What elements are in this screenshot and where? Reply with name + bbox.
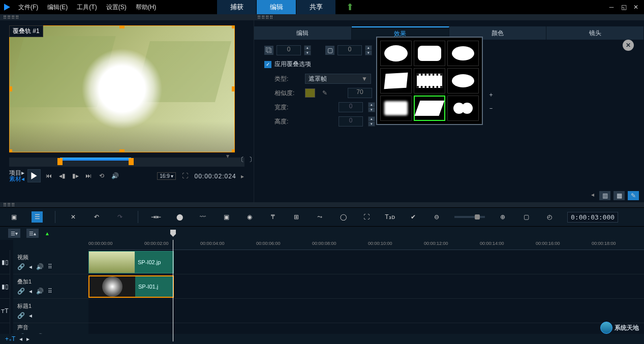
mute-icon[interactable]: 🔊 [36,263,44,270]
close-button[interactable]: ✕ [632,3,640,11]
eyedropper-icon[interactable]: ✎ [322,89,327,97]
tab-share[interactable]: 共享 [296,0,336,14]
redo-button[interactable]: ↷ [114,211,126,223]
lock-icon[interactable]: ◂ [29,263,32,270]
spin-up[interactable]: ▴ [304,45,311,50]
close-panel-button[interactable]: ✕ [623,40,634,51]
fx-icon[interactable]: ⠿ [48,288,52,295]
collapse-tracks-button[interactable]: ☰▾ [8,229,20,238]
upload-icon[interactable]: ⬆ [346,2,354,13]
overlay-track-icon[interactable]: ▮▯ [0,274,10,299]
fit-icon[interactable]: ▢ [520,211,532,223]
link-icon[interactable]: 🔗 [17,263,25,270]
scroll-right-button[interactable]: ▸ [26,335,29,342]
menu-help[interactable]: 帮助(H) [136,3,157,12]
tab-capture[interactable]: 捕获 [217,0,257,14]
play-button[interactable] [27,169,41,182]
mask-blur-rect[interactable] [380,96,412,121]
tab-edit[interactable]: 编辑 [257,0,296,14]
tools-icon[interactable]: ✕ [68,211,79,223]
title-track-icon[interactable]: ᴛT [0,299,10,323]
edit-layout-icon[interactable]: ✎ [628,191,639,200]
go-start-button[interactable]: ⏮ [44,171,54,181]
mask-oval[interactable] [380,41,412,66]
audio-edit-icon[interactable]: 〰 [197,211,208,223]
lock-icon[interactable]: ◂ [29,312,32,319]
rotate-input[interactable]: 0 [277,45,301,55]
mask-cloud[interactable] [447,68,479,93]
menu-file[interactable]: 文件(F) [18,3,38,12]
trim-bar[interactable]: ▾ 〔 〕 ✂ ⧉ [9,158,244,167]
undo-button[interactable]: ↶ [91,211,102,223]
motion-icon[interactable]: ⤳ [314,211,325,223]
panel-grip[interactable]: ⠿⠿⠿⠿ [0,14,254,20]
opt-tab-lens[interactable]: 镜头 [546,26,644,40]
clip-mode-label[interactable]: 素材◂ [9,176,24,182]
menu-settings[interactable]: 设置(S) [106,3,127,12]
timeline-timecode[interactable]: 0:00:03:000 [567,212,618,223]
mask-film[interactable] [414,68,445,93]
resize-handle[interactable] [119,149,125,152]
spin-down[interactable]: ▾ [304,50,311,55]
spin-down[interactable]: ▾ [365,50,372,55]
playhead[interactable] [173,240,173,341]
panel-grip[interactable]: ⠿⠿⠿⠿ [254,14,644,20]
add-mask-button[interactable]: ＋ [488,90,494,99]
scroll-left-button[interactable]: ◂ [19,335,22,342]
zoom-out-icon[interactable]: ⊖ [431,211,442,223]
record-icon[interactable]: ⬤ [174,211,185,223]
crop-icon[interactable]: ⛶ [182,172,188,179]
resize-handle[interactable] [232,149,235,152]
menu-tools[interactable]: 工具(T) [77,3,97,12]
subtitle-icon[interactable]: ₸ [267,211,279,223]
resize-handle[interactable] [119,25,125,28]
video-clip[interactable]: SP-I02.jp [88,251,174,273]
apply-overlay-checkbox[interactable]: ✓ [264,61,271,68]
expand-tracks-button[interactable]: ☰▴ [26,229,39,238]
trim-icon[interactable]: ⇥⇤ [150,211,162,223]
remove-mask-button[interactable]: － [488,104,494,113]
resize-handle[interactable] [9,149,12,152]
copy-icon[interactable]: ⿻ [264,46,273,55]
fx-icon[interactable]: ⠿ [48,263,52,270]
rect-icon[interactable]: ▢ [325,46,334,55]
go-end-button[interactable]: ⏭ [83,171,94,181]
marker-icon[interactable]: ▾ [226,152,229,160]
layout-b-icon[interactable]: ▦ [614,191,625,200]
mark-in-icon[interactable]: 〔 [238,155,244,164]
scale-input[interactable]: 0 [338,45,362,55]
time-ruler[interactable]: 00:00:00:00 00:00:02:00 00:00:04:00 00:0… [88,240,644,250]
title-track-header[interactable]: 标题1 🔗◂ [13,299,88,323]
chroma-icon[interactable]: ◉ [244,211,255,223]
mute-icon[interactable]: 🔊 [36,288,44,295]
preview-timecode[interactable]: 00:00:02:024 ▸ [194,172,244,180]
maximize-button[interactable]: ◱ [620,3,628,11]
trim-out-handle[interactable] [129,158,134,165]
mask-speech[interactable] [447,41,479,66]
minimize-button[interactable]: ─ [607,3,616,11]
link-icon[interactable]: 🔗 [17,288,25,295]
loop-button[interactable]: ⟲ [97,171,107,181]
storyboard-view-icon[interactable]: ▣ [8,211,19,223]
timeline-view-icon[interactable]: ☰ [32,211,43,223]
pan-zoom-icon[interactable]: ⛶ [361,211,372,223]
prev-frame-button[interactable]: ◂▮ [57,171,67,181]
overlay-clip[interactable]: SP-I01.j [88,275,174,298]
add-track-button[interactable]: +₊T [5,335,15,342]
resize-handle[interactable] [9,86,12,91]
video-track-icon[interactable]: ▮▯ [0,250,10,274]
3d-title-icon[interactable]: T₃ᴅ [384,211,395,223]
similarity-input[interactable]: 70 [348,88,372,98]
video-track-header[interactable]: 视频 🔗◂🔊⠿ [13,250,88,274]
zoom-slider[interactable] [454,216,485,218]
next-frame-button[interactable]: ▮▸ [70,171,80,181]
zoom-in-icon[interactable]: ⊕ [497,211,508,223]
spin-up[interactable]: ▴ [365,45,372,50]
similarity-color[interactable] [305,88,315,98]
tracking-icon[interactable]: ◯ [338,211,349,223]
volume-button[interactable]: 🔊 [110,171,120,181]
resize-handle[interactable] [232,25,235,28]
overlay-track-header[interactable]: 叠加1 🔗◂🔊⠿ [13,274,88,299]
duration-icon[interactable]: ◴ [544,211,555,223]
layout-a-icon[interactable]: ▥ [599,191,610,200]
